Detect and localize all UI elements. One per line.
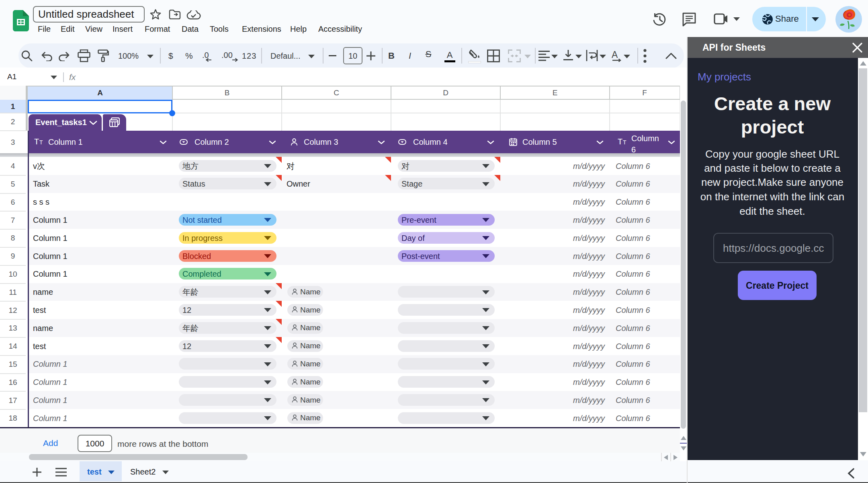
svg-text:T: T — [623, 139, 626, 146]
svg-text:T: T — [39, 139, 43, 146]
svg-text:.00: .00 — [221, 51, 233, 60]
svg-text:T: T — [34, 138, 39, 146]
svg-text:T: T — [618, 138, 622, 146]
svg-text:A: A — [612, 50, 618, 60]
